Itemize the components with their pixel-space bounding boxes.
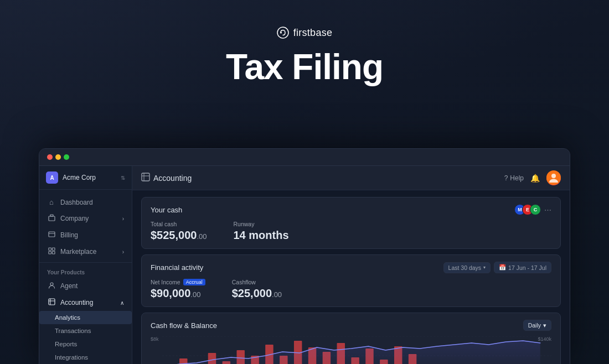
svg-rect-4 — [49, 232, 55, 237]
y-label-top: $8k — [151, 336, 159, 342]
brand-logo-icon — [277, 27, 289, 39]
main-panel: Your cash M E C ⋯ Total cash — [132, 190, 570, 364]
svg-point-18 — [551, 174, 556, 178]
your-products-label: Your Products — [39, 265, 132, 278]
cash-card: Your cash M E C ⋯ Total cash — [141, 197, 561, 249]
bank-icon-3: C — [530, 204, 541, 215]
total-cash-label: Total cash — [151, 221, 207, 227]
reports-label: Reports — [55, 341, 77, 347]
sidebar-sub-reports[interactable]: Reports — [39, 337, 132, 351]
total-cash-value: $525,000.00 — [151, 229, 207, 242]
billing-icon — [47, 231, 56, 240]
avatar-image — [546, 170, 561, 186]
sidebar-billing-label: Billing — [60, 231, 124, 239]
sidebar-divider-1 — [39, 262, 132, 263]
activity-stats: Net Income Accrual $90,000.00 Cashflow — [151, 279, 551, 300]
svg-rect-8 — [49, 252, 51, 254]
marketplace-expand-icon: › — [122, 249, 124, 255]
daily-label: Daily — [528, 322, 541, 329]
topbar: Accounting ? Help 🔔 — [132, 166, 570, 190]
minimize-dot[interactable] — [55, 154, 61, 160]
svg-point-10 — [50, 283, 53, 285]
period-filter-label: Last 30 days — [448, 264, 482, 271]
daily-period-button[interactable]: Daily ▾ — [523, 320, 551, 331]
window-dots — [47, 154, 69, 160]
sidebar-item-agent[interactable]: Agent — [39, 278, 132, 294]
runway-stat: Runway 14 months — [234, 221, 289, 242]
runway-label: Runway — [234, 221, 289, 227]
cash-card-header: Your cash M E C ⋯ — [151, 204, 551, 215]
svg-rect-14 — [142, 173, 149, 181]
sidebar-agent-label: Agent — [60, 282, 124, 290]
company-name: Acme Corp — [63, 174, 116, 181]
svg-point-0 — [277, 27, 288, 38]
topbar-right: ? Help 🔔 — [504, 171, 561, 185]
company-avatar: A — [46, 171, 58, 184]
cash-card-actions: M E C ⋯ — [514, 204, 551, 215]
net-income-label: Net Income Accrual — [151, 279, 205, 285]
date-filter-button[interactable]: 📅 17 Jun - 17 Jul — [494, 262, 551, 273]
svg-marker-43 — [162, 341, 540, 364]
total-cash-stat: Total cash $525,000.00 — [151, 221, 207, 242]
dashboard-icon: ⌂ — [47, 198, 56, 206]
help-label: Help — [510, 174, 524, 182]
user-avatar[interactable] — [546, 171, 561, 185]
cash-card-body: Total cash $525,000.00 Runway 14 months — [151, 221, 551, 242]
accrual-badge: Accrual — [183, 279, 205, 285]
help-icon: ? — [504, 174, 508, 182]
notifications-bell-icon[interactable]: 🔔 — [530, 174, 540, 183]
sidebar-item-company[interactable]: Company › — [39, 210, 132, 227]
page-header: firstbase Tax Filing — [226, 0, 383, 86]
sidebar-sub-integrations[interactable]: Integrations — [39, 351, 132, 364]
marketplace-icon — [47, 247, 56, 256]
chart-y-labels-left: $8k $6k — [151, 336, 162, 364]
sidebar-accounting-label: Accounting — [60, 299, 116, 306]
activity-card-header: Financial activity Last 30 days ▾ 📅 17 J… — [151, 262, 551, 273]
sidebar-item-dashboard[interactable]: ⌂ Dashboard — [39, 194, 132, 210]
window-chrome — [39, 149, 570, 166]
chart-svg-wrapper — [162, 336, 551, 364]
svg-rect-3 — [50, 215, 53, 216]
accounting-expand-icon: ∧ — [120, 300, 124, 306]
sidebar-nav: ⌂ Dashboard Company › — [39, 190, 132, 364]
close-dot[interactable] — [47, 154, 53, 160]
svg-rect-11 — [49, 299, 55, 305]
maximize-dot[interactable] — [64, 154, 69, 160]
window-body: A Acme Corp ⇅ ⌂ Dashboard — [39, 166, 570, 364]
company-chevron-icon: ⇅ — [121, 175, 125, 181]
transactions-label: Transactions — [55, 327, 91, 334]
period-filter-button[interactable]: Last 30 days ▾ — [443, 262, 491, 273]
sidebar: A Acme Corp ⇅ ⌂ Dashboard — [39, 166, 132, 364]
date-filter-label: 17 Jun - 17 Jul — [508, 264, 546, 271]
agent-icon — [47, 282, 56, 290]
sidebar-item-accounting[interactable]: Accounting ∧ — [39, 294, 132, 311]
chart-svg — [162, 336, 551, 364]
company-selector[interactable]: A Acme Corp ⇅ — [39, 166, 132, 190]
calendar-icon: 📅 — [499, 264, 506, 271]
y-right-top: $140k — [538, 336, 551, 342]
sidebar-item-billing[interactable]: Billing — [39, 227, 132, 243]
cashflow-stat: Cashflow $25,000.00 — [232, 279, 282, 300]
brand-name: firstbase — [293, 27, 333, 39]
sidebar-sub-transactions[interactable]: Transactions — [39, 324, 132, 337]
sidebar-company-label: Company — [60, 215, 118, 222]
period-filter-chevron-icon: ▾ — [483, 265, 486, 270]
net-income-value: $90,000.00 — [151, 287, 205, 300]
daily-chevron-icon: ▾ — [543, 322, 546, 329]
activity-card-title: Financial activity — [151, 263, 203, 272]
help-button[interactable]: ? Help — [504, 174, 524, 182]
net-income-stat: Net Income Accrual $90,000.00 — [151, 279, 205, 300]
cash-card-menu-icon[interactable]: ⋯ — [544, 206, 551, 214]
company-expand-icon: › — [122, 216, 124, 222]
topbar-title: Accounting — [153, 174, 192, 183]
runway-value: 14 months — [234, 229, 289, 242]
sidebar-item-marketplace[interactable]: Marketplace › — [39, 243, 132, 260]
analytics-label: Analytics — [55, 314, 80, 321]
brand-logo: firstbase — [277, 27, 333, 39]
section-icon — [141, 173, 150, 183]
accounting-icon — [47, 298, 56, 307]
sidebar-sub-analytics[interactable]: Analytics — [39, 311, 132, 324]
svg-point-1 — [280, 32, 282, 34]
page-title: Tax Filing — [226, 48, 383, 86]
chart-y-labels-right: $140k $130k — [538, 336, 551, 364]
